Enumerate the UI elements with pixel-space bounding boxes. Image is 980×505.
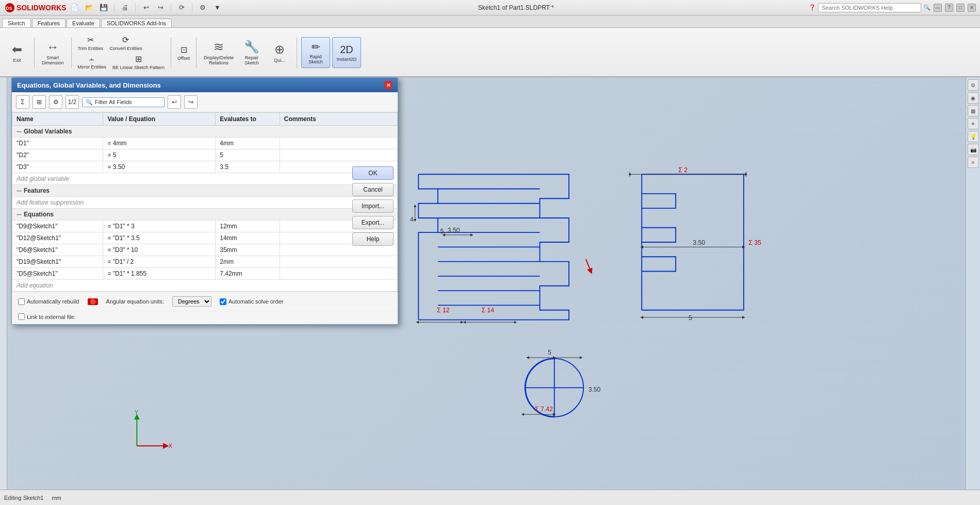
dropdown-icon[interactable]: ▼ — [211, 2, 223, 13]
ok-button[interactable]: OK — [352, 166, 394, 180]
auto-rebuild-checkbox[interactable] — [18, 298, 25, 305]
table-row[interactable]: "D5@Sketch1" = "D1" * 1.855 7.42mm — [12, 268, 398, 280]
add-equation-btn[interactable]: Σ — [16, 95, 29, 109]
scene-btn[interactable]: ☀ — [968, 118, 979, 129]
section-global-variables[interactable]: —Global Variables — [12, 126, 398, 138]
undo-icon[interactable]: ↩ — [140, 2, 152, 13]
gv-d1-comment[interactable] — [280, 138, 397, 149]
eq-d12-value[interactable]: = "D1" * 3.5 — [103, 232, 216, 244]
search-input[interactable] — [818, 3, 921, 12]
tab-features[interactable]: Features — [32, 19, 66, 27]
table-row[interactable]: "D19@Sketch1" = "D1" / 2 2mm — [12, 256, 398, 268]
cad-canvas: Equations, Global Variables, and Dimensi… — [7, 77, 966, 490]
svg-text:DS: DS — [6, 6, 12, 11]
eq-d5-value[interactable]: = "D1" * 1.855 — [103, 268, 216, 280]
filter-type-btn[interactable]: ⚙ — [49, 95, 62, 109]
link-external-checkbox-label[interactable]: Link to external file: — [18, 313, 391, 320]
mirror-entities-button[interactable]: ⫠ Mirror Entities — [76, 53, 109, 71]
eq-d12-eval: 14mm — [216, 232, 280, 244]
table-row[interactable]: "D3" = 3.50 3.5 — [12, 161, 398, 173]
repair-sketch-button[interactable]: 🔧 RepairSketch — [239, 38, 265, 67]
gv-d3-value[interactable]: = 3.50 — [103, 161, 216, 173]
eq-d6-name: "D6@Sketch1" — [12, 244, 103, 256]
auto-solve-checkbox-label[interactable]: Automatic solve order — [220, 298, 283, 305]
gv-d2-comment[interactable] — [280, 149, 397, 161]
add-equation-row[interactable]: Add equation — [12, 280, 398, 292]
help-button[interactable]: ? — [945, 4, 953, 12]
smart-dimension-button[interactable]: ↔ SmartDimension — [39, 38, 67, 67]
instant2d-button[interactable]: 2D Instant2D — [332, 37, 361, 68]
maximize-button[interactable]: □ — [956, 4, 965, 12]
tab-addins[interactable]: SOLIDWORKS Add-Ins — [101, 19, 172, 27]
offset-button[interactable]: ⊡ Offset — [175, 44, 192, 62]
auto-rebuild-checkbox-label[interactable]: Automatically rebuild — [18, 298, 79, 305]
section-features[interactable]: —Features — [12, 185, 398, 197]
repair-label: RepairSketch — [244, 55, 259, 65]
options-icon[interactable]: ⚙ — [197, 2, 208, 13]
rapid-sketch-icon: ✏ — [312, 41, 320, 53]
title-bar: DS SOLIDWORKS 📄 📂 💾 🖨 ↩ ↪ ⟳ ⚙ ▼ Sketch1 … — [0, 0, 980, 15]
filter-icon: 🔍 — [86, 99, 93, 106]
print-icon[interactable]: 🖨 — [119, 2, 130, 13]
lights-btn[interactable]: 💡 — [968, 131, 979, 142]
convert-entities-button[interactable]: ⟳ Convert Entities — [107, 34, 144, 52]
auto-solve-checkbox[interactable] — [220, 298, 226, 305]
new-file-icon[interactable]: 📄 — [69, 2, 80, 13]
tab-evaluate[interactable]: Evaluate — [67, 19, 100, 27]
add-gv-label[interactable]: Add global variable — [12, 173, 398, 185]
save-icon[interactable]: 💾 — [98, 2, 109, 13]
linear-sketch-pattern-button[interactable]: ⊞ BE Linear Sketch Pattern — [110, 53, 167, 71]
gv-d1-value[interactable]: = 4mm — [103, 138, 216, 149]
rebuild-icon[interactable]: ⟳ — [176, 2, 187, 13]
eq-d19-value[interactable]: = "D1" / 2 — [103, 256, 216, 268]
eq-d5-comment[interactable] — [280, 268, 397, 280]
rapid-sketch-label: RapidSketch — [308, 54, 323, 64]
undo-btn[interactable]: ↩ — [168, 95, 181, 109]
filter-field[interactable]: 🔍 Filter All Fields — [82, 97, 165, 107]
close-button[interactable]: ✕ — [968, 4, 976, 12]
add-gv-btn[interactable]: ⊞ — [32, 95, 46, 109]
display-delete-relations-button[interactable]: ≋ Display/DeleteRelations — [201, 38, 237, 67]
redo-btn[interactable]: ↪ — [184, 95, 198, 109]
table-row[interactable]: "D12@Sketch1" = "D1" * 3.5 14mm — [12, 232, 398, 244]
gv-d3-eval: 3.5 — [216, 161, 280, 173]
import-button[interactable]: Import... — [352, 199, 394, 213]
add-feature-row[interactable]: Add feature suppression — [12, 197, 398, 209]
table-row[interactable]: "D6@Sketch1" = "D3" * 10 35mm — [12, 244, 398, 256]
add-equation-label[interactable]: Add equation — [12, 280, 398, 292]
gv-d2-value[interactable]: = 5 — [103, 149, 216, 161]
minimize-button[interactable]: — — [934, 4, 942, 12]
exit-button[interactable]: ⬅ Exit — [4, 41, 30, 64]
decals-btn[interactable]: ▦ — [968, 105, 979, 116]
rapid-sketch-button[interactable]: ✏ RapidSketch — [301, 37, 330, 68]
dialog-close-button[interactable]: ✕ — [384, 81, 393, 89]
add-feature-label[interactable]: Add feature suppression — [12, 197, 398, 209]
export-button[interactable]: Export... — [352, 216, 394, 229]
display-pane-btn[interactable]: ≡ — [968, 157, 979, 168]
link-external-checkbox[interactable] — [18, 313, 25, 320]
search-icon[interactable]: 🔍 — [923, 4, 930, 11]
right-toolbar: ⚙ ◉ ▦ ☀ 💡 📷 ≡ — [966, 77, 980, 490]
eq-d9-value[interactable]: = "D1" * 3 — [103, 221, 216, 232]
angular-units-select[interactable]: Degrees Radians — [172, 296, 211, 307]
cameras-btn[interactable]: 📷 — [968, 144, 979, 155]
table-row[interactable]: "D2" = 5 5 — [12, 149, 398, 161]
order-btn[interactable]: 1/2 — [66, 95, 79, 109]
auto-solve-label: Automatic solve order — [228, 298, 283, 305]
view-settings-btn[interactable]: ⚙ — [968, 79, 979, 91]
trim-entities-button[interactable]: ✂ Trim Entities — [76, 34, 106, 52]
section-equations[interactable]: —Equations — [12, 209, 398, 221]
eq-d19-comment[interactable] — [280, 256, 397, 268]
appearances-btn[interactable]: ◉ — [968, 92, 979, 104]
eq-d6-value[interactable]: = "D3" * 10 — [103, 244, 216, 256]
quick-snaps-button[interactable]: ⊕ Qui... — [267, 41, 292, 64]
help-button[interactable]: Help — [352, 232, 394, 246]
table-row[interactable]: "D9@Sketch1" = "D1" * 3 12mm — [12, 221, 398, 232]
table-row[interactable]: "D1" = 4mm 4mm — [12, 138, 398, 149]
add-gv-row[interactable]: Add global variable — [12, 173, 398, 185]
open-file-icon[interactable]: 📂 — [84, 2, 95, 13]
display-delete-icon: ≋ — [214, 40, 224, 54]
cancel-button[interactable]: Cancel — [352, 183, 394, 196]
redo-icon[interactable]: ↪ — [155, 2, 166, 13]
tab-sketch[interactable]: Sketch — [2, 19, 31, 27]
